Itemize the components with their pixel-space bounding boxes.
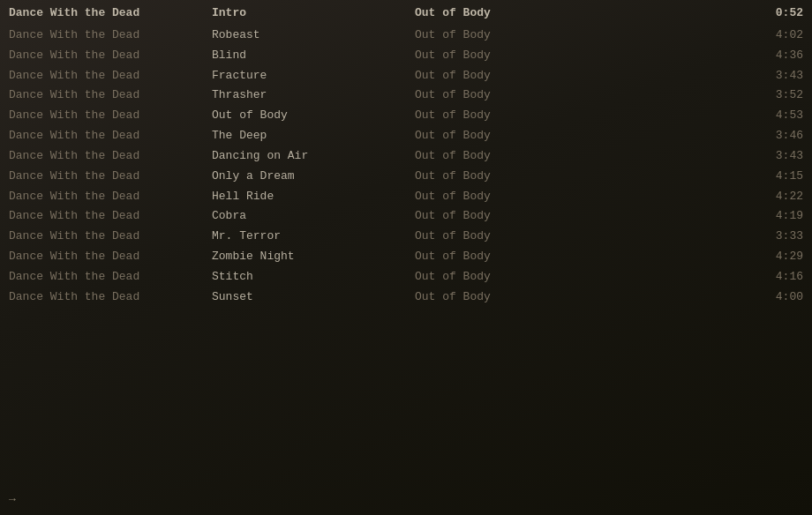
track-title: Only a Dream (212, 168, 415, 185)
track-duration: 4:02 (618, 27, 803, 44)
track-album: Out of Body (415, 108, 618, 124)
track-album: Out of Body (415, 148, 618, 165)
table-row[interactable]: Dance With the DeadSunsetOut of Body4:00 (0, 287, 812, 308)
track-title: Out of Body (212, 108, 415, 124)
track-duration: 3:43 (618, 148, 803, 165)
track-list: Dance With the Dead Intro Out of Body 0:… (0, 0, 812, 311)
track-artist: Dance With the Dead (9, 189, 212, 205)
table-row[interactable]: Dance With the DeadZombie NightOut of Bo… (0, 247, 812, 267)
track-title: Dancing on Air (212, 148, 415, 165)
track-duration: 4:36 (618, 48, 803, 64)
track-album: Out of Body (415, 87, 618, 104)
header-artist: Dance With the Dead (9, 5, 212, 22)
track-duration: 3:33 (618, 228, 803, 245)
track-title: Hell Ride (212, 189, 415, 205)
track-title: Thrasher (212, 87, 415, 104)
table-row[interactable]: Dance With the DeadHell RideOut of Body4… (0, 187, 812, 207)
track-album: Out of Body (415, 208, 618, 225)
table-row[interactable]: Dance With the DeadStitchOut of Body4:16 (0, 267, 812, 287)
track-title: Cobra (212, 208, 415, 225)
track-album: Out of Body (415, 189, 618, 205)
track-artist: Dance With the Dead (9, 128, 212, 145)
table-row[interactable]: Dance With the DeadOut of BodyOut of Bod… (0, 106, 812, 126)
header-album: Out of Body (415, 5, 618, 22)
track-duration: 4:15 (618, 168, 803, 185)
track-album: Out of Body (415, 249, 618, 265)
track-album: Out of Body (415, 228, 618, 245)
arrow-indicator: → (9, 493, 16, 506)
track-duration: 4:53 (618, 108, 803, 124)
track-artist: Dance With the Dead (9, 269, 212, 286)
track-title: Robeast (212, 27, 415, 44)
track-title: Blind (212, 48, 415, 64)
track-duration: 4:19 (618, 208, 803, 225)
track-artist: Dance With the Dead (9, 48, 212, 64)
track-artist: Dance With the Dead (9, 228, 212, 245)
track-album: Out of Body (415, 68, 618, 85)
track-duration: 3:43 (618, 68, 803, 85)
track-title: Zombie Night (212, 249, 415, 265)
track-album: Out of Body (415, 269, 618, 286)
track-artist: Dance With the Dead (9, 168, 212, 185)
track-title: Mr. Terror (212, 228, 415, 245)
track-duration: 4:29 (618, 249, 803, 265)
header-title: Intro (212, 5, 415, 22)
track-title: The Deep (212, 128, 415, 145)
table-row[interactable]: Dance With the DeadRobeastOut of Body4:0… (0, 26, 812, 46)
table-row[interactable]: Dance With the DeadThe DeepOut of Body3:… (0, 126, 812, 146)
table-header: Dance With the Dead Intro Out of Body 0:… (0, 4, 812, 24)
track-artist: Dance With the Dead (9, 289, 212, 306)
track-title: Sunset (212, 289, 415, 306)
track-artist: Dance With the Dead (9, 148, 212, 165)
track-title: Stitch (212, 269, 415, 286)
track-album: Out of Body (415, 48, 618, 64)
track-album: Out of Body (415, 27, 618, 44)
track-album: Out of Body (415, 128, 618, 145)
track-album: Out of Body (415, 289, 618, 306)
track-duration: 4:22 (618, 189, 803, 205)
track-artist: Dance With the Dead (9, 108, 212, 124)
track-artist: Dance With the Dead (9, 249, 212, 265)
track-album: Out of Body (415, 168, 618, 185)
table-row[interactable]: Dance With the DeadDancing on AirOut of … (0, 146, 812, 167)
track-duration: 3:46 (618, 128, 803, 145)
table-row[interactable]: Dance With the DeadThrasherOut of Body3:… (0, 86, 812, 106)
table-row[interactable]: Dance With the DeadCobraOut of Body4:19 (0, 206, 812, 227)
track-artist: Dance With the Dead (9, 87, 212, 104)
track-artist: Dance With the Dead (9, 208, 212, 225)
table-row[interactable]: Dance With the DeadMr. TerrorOut of Body… (0, 227, 812, 247)
table-row[interactable]: Dance With the DeadFractureOut of Body3:… (0, 66, 812, 86)
track-duration: 4:00 (618, 289, 803, 306)
track-artist: Dance With the Dead (9, 68, 212, 85)
track-title: Fracture (212, 68, 415, 85)
track-artist: Dance With the Dead (9, 27, 212, 44)
table-row[interactable]: Dance With the DeadBlindOut of Body4:36 (0, 46, 812, 66)
table-row[interactable]: Dance With the DeadOnly a DreamOut of Bo… (0, 167, 812, 187)
track-duration: 4:16 (618, 269, 803, 286)
track-duration: 3:52 (618, 87, 803, 104)
header-duration: 0:52 (618, 5, 803, 22)
